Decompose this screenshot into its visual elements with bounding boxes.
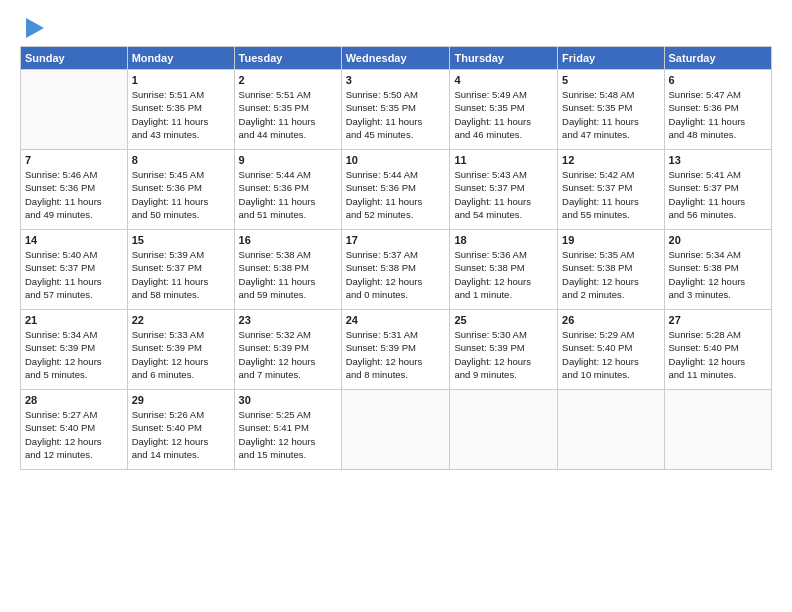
day-number: 26 — [562, 314, 659, 326]
page: SundayMondayTuesdayWednesdayThursdayFrid… — [0, 0, 792, 612]
day-number: 16 — [239, 234, 337, 246]
day-cell: 19Sunrise: 5:35 AMSunset: 5:38 PMDayligh… — [558, 230, 664, 310]
day-detail: Sunrise: 5:45 AMSunset: 5:36 PMDaylight:… — [132, 168, 230, 221]
day-cell: 6Sunrise: 5:47 AMSunset: 5:36 PMDaylight… — [664, 70, 771, 150]
day-detail: Sunrise: 5:38 AMSunset: 5:38 PMDaylight:… — [239, 248, 337, 301]
day-cell: 12Sunrise: 5:42 AMSunset: 5:37 PMDayligh… — [558, 150, 664, 230]
week-row-1: 1Sunrise: 5:51 AMSunset: 5:35 PMDaylight… — [21, 70, 772, 150]
day-detail: Sunrise: 5:28 AMSunset: 5:40 PMDaylight:… — [669, 328, 767, 381]
day-number: 19 — [562, 234, 659, 246]
day-cell: 11Sunrise: 5:43 AMSunset: 5:37 PMDayligh… — [450, 150, 558, 230]
day-number: 9 — [239, 154, 337, 166]
week-row-3: 14Sunrise: 5:40 AMSunset: 5:37 PMDayligh… — [21, 230, 772, 310]
day-cell: 18Sunrise: 5:36 AMSunset: 5:38 PMDayligh… — [450, 230, 558, 310]
day-detail: Sunrise: 5:43 AMSunset: 5:37 PMDaylight:… — [454, 168, 553, 221]
day-detail: Sunrise: 5:40 AMSunset: 5:37 PMDaylight:… — [25, 248, 123, 301]
day-detail: Sunrise: 5:37 AMSunset: 5:38 PMDaylight:… — [346, 248, 446, 301]
day-detail: Sunrise: 5:48 AMSunset: 5:35 PMDaylight:… — [562, 88, 659, 141]
day-number: 6 — [669, 74, 767, 86]
day-number: 15 — [132, 234, 230, 246]
day-detail: Sunrise: 5:42 AMSunset: 5:37 PMDaylight:… — [562, 168, 659, 221]
day-detail: Sunrise: 5:44 AMSunset: 5:36 PMDaylight:… — [346, 168, 446, 221]
weekday-header-saturday: Saturday — [664, 47, 771, 70]
logo-arrow-icon — [26, 18, 44, 38]
day-detail: Sunrise: 5:33 AMSunset: 5:39 PMDaylight:… — [132, 328, 230, 381]
day-cell: 30Sunrise: 5:25 AMSunset: 5:41 PMDayligh… — [234, 390, 341, 470]
day-number: 2 — [239, 74, 337, 86]
day-number: 14 — [25, 234, 123, 246]
day-number: 7 — [25, 154, 123, 166]
day-cell — [558, 390, 664, 470]
day-cell: 15Sunrise: 5:39 AMSunset: 5:37 PMDayligh… — [127, 230, 234, 310]
day-cell: 28Sunrise: 5:27 AMSunset: 5:40 PMDayligh… — [21, 390, 128, 470]
day-detail: Sunrise: 5:39 AMSunset: 5:37 PMDaylight:… — [132, 248, 230, 301]
day-detail: Sunrise: 5:44 AMSunset: 5:36 PMDaylight:… — [239, 168, 337, 221]
day-cell: 4Sunrise: 5:49 AMSunset: 5:35 PMDaylight… — [450, 70, 558, 150]
day-number: 11 — [454, 154, 553, 166]
day-cell: 25Sunrise: 5:30 AMSunset: 5:39 PMDayligh… — [450, 310, 558, 390]
day-cell: 29Sunrise: 5:26 AMSunset: 5:40 PMDayligh… — [127, 390, 234, 470]
day-cell: 20Sunrise: 5:34 AMSunset: 5:38 PMDayligh… — [664, 230, 771, 310]
day-cell: 3Sunrise: 5:50 AMSunset: 5:35 PMDaylight… — [341, 70, 450, 150]
day-cell: 14Sunrise: 5:40 AMSunset: 5:37 PMDayligh… — [21, 230, 128, 310]
day-detail: Sunrise: 5:49 AMSunset: 5:35 PMDaylight:… — [454, 88, 553, 141]
day-detail: Sunrise: 5:34 AMSunset: 5:38 PMDaylight:… — [669, 248, 767, 301]
day-cell: 1Sunrise: 5:51 AMSunset: 5:35 PMDaylight… — [127, 70, 234, 150]
day-number: 18 — [454, 234, 553, 246]
week-row-5: 28Sunrise: 5:27 AMSunset: 5:40 PMDayligh… — [21, 390, 772, 470]
day-cell: 22Sunrise: 5:33 AMSunset: 5:39 PMDayligh… — [127, 310, 234, 390]
day-cell — [664, 390, 771, 470]
day-number: 22 — [132, 314, 230, 326]
weekday-header-row: SundayMondayTuesdayWednesdayThursdayFrid… — [21, 47, 772, 70]
weekday-header-thursday: Thursday — [450, 47, 558, 70]
day-cell: 27Sunrise: 5:28 AMSunset: 5:40 PMDayligh… — [664, 310, 771, 390]
day-number: 23 — [239, 314, 337, 326]
day-cell: 16Sunrise: 5:38 AMSunset: 5:38 PMDayligh… — [234, 230, 341, 310]
header — [20, 16, 772, 38]
day-number: 3 — [346, 74, 446, 86]
weekday-header-friday: Friday — [558, 47, 664, 70]
day-number: 21 — [25, 314, 123, 326]
day-detail: Sunrise: 5:26 AMSunset: 5:40 PMDaylight:… — [132, 408, 230, 461]
day-detail: Sunrise: 5:51 AMSunset: 5:35 PMDaylight:… — [132, 88, 230, 141]
day-detail: Sunrise: 5:25 AMSunset: 5:41 PMDaylight:… — [239, 408, 337, 461]
day-detail: Sunrise: 5:32 AMSunset: 5:39 PMDaylight:… — [239, 328, 337, 381]
logo — [20, 16, 44, 38]
weekday-header-tuesday: Tuesday — [234, 47, 341, 70]
day-detail: Sunrise: 5:51 AMSunset: 5:35 PMDaylight:… — [239, 88, 337, 141]
day-detail: Sunrise: 5:27 AMSunset: 5:40 PMDaylight:… — [25, 408, 123, 461]
day-number: 17 — [346, 234, 446, 246]
day-number: 4 — [454, 74, 553, 86]
day-cell: 10Sunrise: 5:44 AMSunset: 5:36 PMDayligh… — [341, 150, 450, 230]
day-detail: Sunrise: 5:31 AMSunset: 5:39 PMDaylight:… — [346, 328, 446, 381]
day-cell: 26Sunrise: 5:29 AMSunset: 5:40 PMDayligh… — [558, 310, 664, 390]
day-number: 28 — [25, 394, 123, 406]
weekday-header-monday: Monday — [127, 47, 234, 70]
day-number: 30 — [239, 394, 337, 406]
day-cell: 23Sunrise: 5:32 AMSunset: 5:39 PMDayligh… — [234, 310, 341, 390]
day-cell: 17Sunrise: 5:37 AMSunset: 5:38 PMDayligh… — [341, 230, 450, 310]
day-cell — [450, 390, 558, 470]
day-cell: 2Sunrise: 5:51 AMSunset: 5:35 PMDaylight… — [234, 70, 341, 150]
day-cell: 8Sunrise: 5:45 AMSunset: 5:36 PMDaylight… — [127, 150, 234, 230]
day-cell — [21, 70, 128, 150]
day-cell: 9Sunrise: 5:44 AMSunset: 5:36 PMDaylight… — [234, 150, 341, 230]
day-cell: 5Sunrise: 5:48 AMSunset: 5:35 PMDaylight… — [558, 70, 664, 150]
day-cell: 24Sunrise: 5:31 AMSunset: 5:39 PMDayligh… — [341, 310, 450, 390]
day-cell: 21Sunrise: 5:34 AMSunset: 5:39 PMDayligh… — [21, 310, 128, 390]
day-detail: Sunrise: 5:50 AMSunset: 5:35 PMDaylight:… — [346, 88, 446, 141]
day-detail: Sunrise: 5:47 AMSunset: 5:36 PMDaylight:… — [669, 88, 767, 141]
day-number: 24 — [346, 314, 446, 326]
day-number: 10 — [346, 154, 446, 166]
weekday-header-sunday: Sunday — [21, 47, 128, 70]
day-detail: Sunrise: 5:46 AMSunset: 5:36 PMDaylight:… — [25, 168, 123, 221]
day-number: 20 — [669, 234, 767, 246]
day-number: 8 — [132, 154, 230, 166]
day-detail: Sunrise: 5:30 AMSunset: 5:39 PMDaylight:… — [454, 328, 553, 381]
day-cell — [341, 390, 450, 470]
day-number: 12 — [562, 154, 659, 166]
day-detail: Sunrise: 5:35 AMSunset: 5:38 PMDaylight:… — [562, 248, 659, 301]
day-number: 1 — [132, 74, 230, 86]
day-number: 13 — [669, 154, 767, 166]
day-detail: Sunrise: 5:41 AMSunset: 5:37 PMDaylight:… — [669, 168, 767, 221]
